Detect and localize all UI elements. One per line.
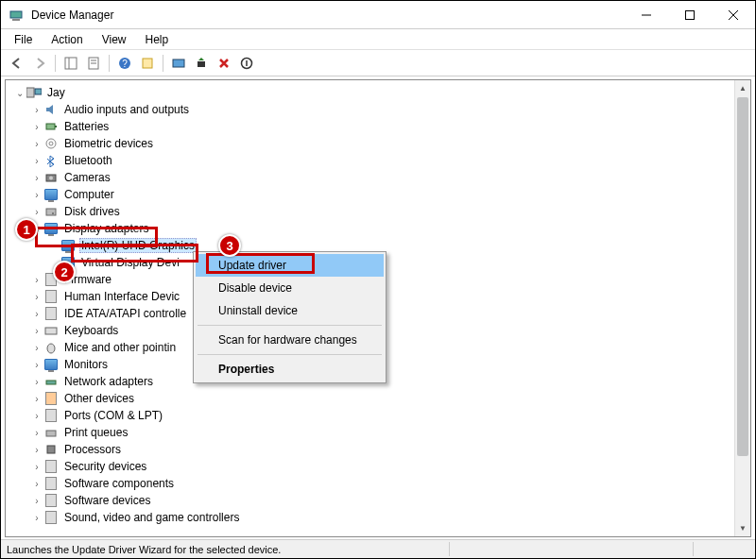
tree-root[interactable]: ⌄ Jay [6, 84, 750, 101]
expander-icon[interactable]: › [30, 171, 43, 184]
tree-category[interactable]: ›Audio inputs and outputs [6, 101, 750, 118]
svg-rect-15 [198, 61, 205, 67]
minimize-button[interactable] [625, 1, 668, 29]
expander-icon[interactable]: › [30, 494, 43, 507]
scroll-thumb[interactable] [737, 97, 748, 456]
tree-category[interactable]: ›Print queues [6, 424, 750, 441]
ctx-scan-hardware[interactable]: Scan for hardware changes [196, 329, 384, 351]
selected-device-label: Intel(R) UHD Graphics [79, 238, 197, 253]
expander-icon[interactable]: › [30, 324, 43, 337]
title-bar: Device Manager [1, 1, 755, 29]
tree-category[interactable]: ›Other devices [6, 390, 750, 407]
tree-category[interactable]: ›Security devices [6, 458, 750, 475]
ctx-uninstall-device[interactable]: Uninstall device [196, 299, 384, 322]
toolbar-separator [109, 55, 110, 72]
status-bar: Launches the Update Driver Wizard for th… [1, 539, 755, 558]
svg-rect-19 [46, 124, 55, 129]
svg-rect-6 [65, 58, 77, 69]
tree-category[interactable]: ›Disk drives [6, 203, 750, 220]
forward-button[interactable] [29, 53, 50, 74]
software-dev-icon [43, 493, 59, 508]
svg-rect-25 [46, 209, 56, 215]
tree-category[interactable]: ›Bluetooth [6, 152, 750, 169]
annotation-circle-1: 1 [15, 218, 38, 241]
expander-icon[interactable]: › [30, 103, 43, 116]
vertical-scrollbar[interactable]: ▲ ▼ [734, 80, 750, 536]
context-menu: Update driver Disable device Uninstall d… [193, 251, 387, 383]
svg-rect-3 [686, 10, 695, 19]
tree-category[interactable]: ›Cameras [6, 169, 750, 186]
expander-icon[interactable]: › [30, 307, 43, 320]
expander-icon[interactable]: › [30, 392, 43, 405]
expander-icon[interactable]: › [30, 154, 43, 167]
ctx-properties[interactable]: Properties [196, 358, 384, 381]
display-adapter-icon [60, 238, 76, 253]
tree-category[interactable]: ›Ports (COM & LPT) [6, 407, 750, 424]
scroll-up-icon[interactable]: ▲ [735, 80, 750, 96]
expander-icon[interactable]: ⌄ [13, 86, 26, 99]
tree-category[interactable]: ›Computer [6, 186, 750, 203]
expander-icon[interactable]: › [30, 120, 43, 133]
expander-icon[interactable]: › [30, 188, 43, 201]
menu-view[interactable]: View [93, 31, 136, 48]
menu-file[interactable]: File [5, 31, 42, 48]
tree-category[interactable]: ›Software devices [6, 492, 750, 509]
svg-point-21 [46, 139, 56, 148]
svg-point-22 [49, 142, 53, 145]
expander-icon[interactable]: › [30, 511, 43, 524]
tree-category[interactable]: ›Processors [6, 441, 750, 458]
svg-text:?: ? [122, 59, 128, 69]
expander-icon[interactable]: › [30, 426, 43, 439]
expander-icon[interactable]: › [30, 409, 43, 422]
svg-rect-18 [35, 89, 42, 94]
other-icon [43, 391, 59, 406]
computer-icon [26, 85, 42, 100]
expander-icon[interactable]: › [30, 460, 43, 473]
close-button[interactable] [712, 1, 755, 29]
expander-icon[interactable]: › [30, 341, 43, 354]
maximize-button[interactable] [668, 1, 712, 29]
svg-rect-20 [55, 126, 57, 127]
expander-icon[interactable]: › [30, 375, 43, 388]
sound-icon [43, 510, 59, 525]
network-icon [43, 374, 59, 389]
svg-rect-31 [47, 446, 55, 453]
svg-rect-1 [12, 19, 20, 21]
update-driver-icon[interactable] [191, 53, 212, 74]
menu-help[interactable]: Help [136, 31, 179, 48]
svg-point-24 [49, 177, 53, 180]
ctx-update-driver[interactable]: Update driver [196, 254, 384, 277]
tree-category[interactable]: ›Sound, video and game controllers [6, 509, 750, 526]
svg-point-26 [52, 212, 54, 214]
menu-action[interactable]: Action [42, 31, 92, 48]
back-button[interactable] [7, 53, 27, 74]
tree-category[interactable]: ›Batteries [6, 118, 750, 135]
expander-icon[interactable]: › [30, 443, 43, 456]
expander-icon[interactable]: › [30, 137, 43, 150]
svg-rect-30 [46, 431, 56, 436]
toolbar: ? [1, 50, 755, 76]
window-title: Device Manager [31, 8, 625, 22]
svg-point-28 [47, 344, 55, 353]
status-text: Launches the Update Driver Wizard for th… [7, 544, 281, 555]
tree-category[interactable]: ›Biometric devices [6, 135, 750, 152]
help-icon[interactable]: ? [114, 53, 135, 74]
ctx-separator [198, 354, 382, 355]
tree-category-display-adapters[interactable]: ⌄Display adapters [6, 220, 750, 237]
expander-icon[interactable]: › [30, 290, 43, 303]
app-icon [9, 8, 24, 23]
ctx-disable-device[interactable]: Disable device [196, 277, 384, 299]
show-hide-console-tree-icon[interactable] [60, 53, 81, 74]
uninstall-icon[interactable] [214, 53, 234, 74]
scroll-down-icon[interactable]: ▼ [735, 520, 750, 536]
expander-icon[interactable]: › [30, 477, 43, 490]
expander-icon[interactable]: › [30, 205, 43, 218]
tree-category[interactable]: ›Software components [6, 475, 750, 492]
properties-icon[interactable] [83, 53, 104, 74]
menu-bar: File Action View Help [1, 29, 755, 50]
scan-hardware-icon[interactable] [168, 53, 189, 74]
action-icon[interactable] [137, 53, 158, 74]
expander-icon[interactable]: › [30, 358, 43, 371]
disable-icon[interactable] [236, 53, 257, 74]
expander-icon[interactable]: › [30, 273, 43, 286]
